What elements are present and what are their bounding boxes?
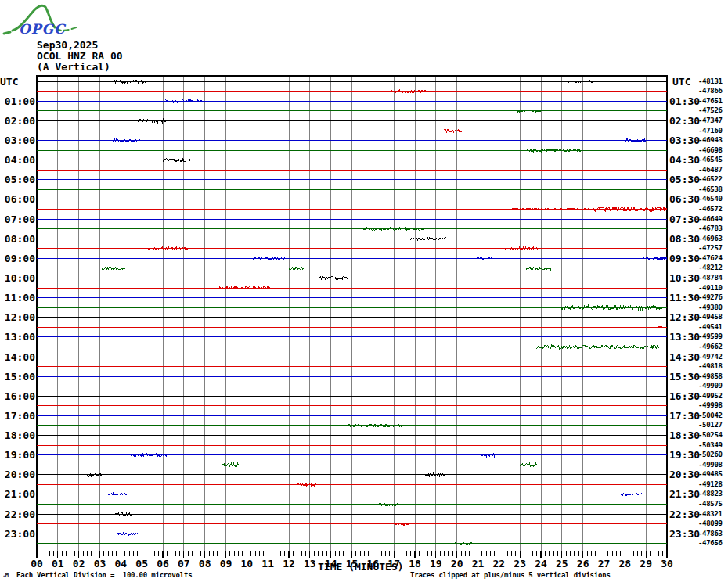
x-tick-label: 30 — [657, 558, 677, 569]
helicorder-screen: OPGC Sep30,2025 OCOL HNZ RA 00 (A Vertic… — [0, 0, 728, 582]
time-label-right: 12:30 — [669, 311, 700, 323]
dc-value: -49541 — [698, 323, 723, 331]
seismic-event — [222, 463, 239, 466]
time-label-left: 18:00 — [0, 429, 35, 441]
x-tick-label: 03 — [90, 558, 110, 569]
seismic-event — [480, 454, 496, 457]
time-label-left: 03:00 — [0, 135, 35, 146]
time-label-right: 11:30 — [669, 292, 700, 304]
x-tick-label: 01 — [48, 558, 68, 569]
time-label-left: 11:00 — [0, 292, 35, 304]
time-label-right: 02:30 — [669, 115, 700, 127]
x-tick-label: 23 — [510, 558, 530, 569]
time-label-right: 09:30 — [669, 253, 700, 264]
x-tick-label: 00 — [27, 558, 47, 569]
x-tick-label: 24 — [531, 558, 551, 569]
clip-note: Traces clipped at plus/minus 5 vertical … — [410, 571, 611, 579]
time-label-left: 06:00 — [0, 193, 35, 205]
helicorder-plot — [0, 0, 728, 582]
dc-value: -49952 — [698, 392, 723, 400]
time-label-right: 19:30 — [669, 449, 700, 461]
time-label-left: 15:00 — [0, 371, 35, 383]
time-label-right: 10:30 — [669, 272, 700, 284]
dc-value: -47863 — [698, 530, 723, 537]
time-label-right: 21:30 — [669, 488, 700, 500]
time-label-left: 05:00 — [0, 174, 35, 185]
dc-value: -46943 — [698, 136, 723, 144]
seismic-event — [560, 306, 663, 310]
x-tick-label: 08 — [195, 558, 215, 569]
x-tick-label: 11 — [258, 558, 278, 569]
x-tick-label: 20 — [447, 558, 467, 569]
dc-value: -48131 — [698, 77, 723, 85]
time-label-left: 19:00 — [0, 449, 35, 461]
time-label-right: 06:30 — [669, 193, 700, 205]
dc-value: -48575 — [698, 500, 723, 508]
time-label-right: 14:30 — [669, 351, 700, 363]
time-label-right: 16:30 — [669, 390, 700, 402]
time-label-left: 10:00 — [0, 272, 35, 284]
time-label-right: 15:30 — [669, 371, 700, 383]
time-label-left: 23:00 — [0, 528, 35, 540]
dc-value: -46649 — [698, 215, 723, 223]
dc-value: -49110 — [698, 284, 723, 292]
dc-value: -48784 — [698, 274, 723, 282]
dc-value: -48321 — [698, 510, 723, 518]
x-tick-label: 09 — [216, 558, 236, 569]
time-label-right: 20:30 — [669, 469, 700, 480]
time-label-right: 01:30 — [669, 95, 700, 107]
x-tick-label: 25 — [552, 558, 572, 569]
dc-value: -46545 — [698, 156, 723, 163]
dc-value: -49276 — [698, 293, 723, 301]
time-label-right: 18:30 — [669, 429, 700, 441]
x-tick-label: 02 — [69, 558, 89, 569]
time-label-left: 07:00 — [0, 214, 35, 225]
seismic-event — [394, 523, 409, 526]
x-tick-label: 05 — [132, 558, 152, 569]
dc-value: -49128 — [698, 480, 723, 488]
x-tick-label: 21 — [468, 558, 488, 569]
dc-value: -50260 — [698, 451, 723, 458]
dc-value: -47347 — [698, 117, 723, 124]
dc-value: -50349 — [698, 441, 723, 449]
x-tick-label: 29 — [636, 558, 656, 569]
seismic-event — [526, 149, 581, 152]
dc-value: -49599 — [698, 332, 723, 340]
dc-value: -49380 — [698, 304, 723, 311]
dc-value: -50042 — [698, 411, 723, 419]
dc-value: -46572 — [698, 205, 723, 213]
time-label-left: 22:00 — [0, 508, 35, 520]
dc-value: -46538 — [698, 185, 723, 193]
dc-value: -49908 — [698, 461, 723, 469]
x-tick-label: 13 — [300, 558, 320, 569]
x-tick-label: 26 — [573, 558, 593, 569]
time-label-left: 14:00 — [0, 351, 35, 363]
x-tick-label: 27 — [594, 558, 614, 569]
time-label-right: 23:30 — [669, 528, 700, 540]
time-label-left: 12:00 — [0, 311, 35, 323]
time-label-right: 07:30 — [669, 214, 700, 225]
seismic-event — [379, 503, 402, 506]
dc-value: -50254 — [698, 431, 723, 439]
seismic-event — [392, 90, 428, 93]
dc-value: -49662 — [698, 343, 723, 350]
vertical-scale-note: Each Vertical Division = 100.00 microvol… — [16, 571, 192, 579]
time-label-right: 08:30 — [669, 233, 700, 245]
time-label-right: 17:30 — [669, 410, 700, 422]
dc-value: -46522 — [698, 175, 723, 183]
dc-value: -47651 — [698, 97, 723, 105]
time-label-left: 04:00 — [0, 154, 35, 166]
dc-value: -49858 — [698, 372, 723, 380]
time-label-right: 04:30 — [669, 154, 700, 166]
time-label-left: 21:00 — [0, 488, 35, 500]
dc-value: -49998 — [698, 401, 723, 409]
x-tick-label: 07 — [174, 558, 194, 569]
dc-value: -47624 — [698, 254, 723, 262]
time-label-right: 13:30 — [669, 331, 700, 343]
dc-value: -49485 — [698, 470, 723, 478]
time-label-left: 02:00 — [0, 115, 35, 127]
dc-value: -46963 — [698, 235, 723, 242]
dc-value: -47656 — [698, 539, 723, 547]
x-tick-label: 22 — [488, 558, 509, 569]
dc-value: -46783 — [698, 225, 723, 232]
